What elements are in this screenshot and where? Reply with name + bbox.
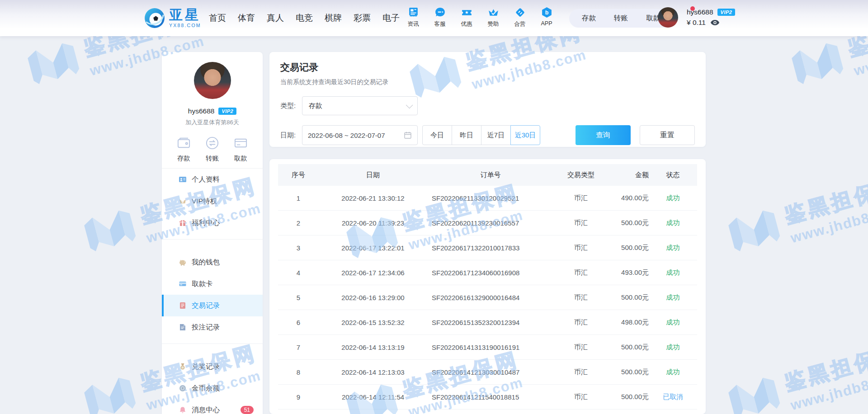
app-icon: b bbox=[541, 6, 553, 19]
pill-item-转账[interactable]: 转账 bbox=[614, 14, 628, 23]
deposit-icon bbox=[176, 136, 191, 151]
cell-order-no: SF202206141213030010487 bbox=[427, 368, 554, 376]
date-range-value: 2022-06-08 ~ 2022-07-07 bbox=[308, 132, 385, 139]
cell-index: 2 bbox=[278, 219, 319, 227]
cell-index: 9 bbox=[278, 393, 319, 401]
cell-order-no: SF202206201139230016557 bbox=[427, 219, 554, 227]
type-select[interactable]: 存款 bbox=[302, 96, 418, 115]
sidebar: hys6688 VIP2 加入亚星体育第86天 存款 转账 取款 个人资料 VI… bbox=[162, 52, 263, 414]
cell-amount: 490.00元 bbox=[608, 194, 649, 202]
sidebar-item-card[interactable]: 取款卡 bbox=[162, 273, 263, 295]
range-button-近7日[interactable]: 近7日 bbox=[481, 125, 511, 145]
nav-item-棋牌[interactable]: 棋牌 bbox=[325, 12, 342, 24]
cell-date: 2022-06-15 13:52:32 bbox=[319, 319, 427, 326]
date-range-group: 今日昨日近7日近30日 bbox=[422, 125, 540, 145]
cell-status: 成功 bbox=[649, 318, 697, 327]
sidebar-item-wallet[interactable]: 我的钱包 bbox=[162, 251, 263, 273]
balance: ¥ 0.11 bbox=[687, 19, 706, 27]
sidebar-item-vip[interactable]: VIP特权 bbox=[162, 190, 263, 212]
eye-icon[interactable] bbox=[710, 19, 720, 26]
cell-index: 8 bbox=[278, 368, 319, 376]
cell-type: 币汇 bbox=[554, 194, 608, 202]
topbar-item-sponsor[interactable]: 赞助 bbox=[486, 6, 501, 28]
cell-amount: 500.00元 bbox=[608, 244, 649, 252]
welfare-icon bbox=[179, 219, 187, 227]
page-body: hys6688 VIP2 加入亚星体育第86天 存款 转账 取款 个人资料 VI… bbox=[0, 36, 868, 414]
range-button-近30日[interactable]: 近30日 bbox=[510, 125, 540, 145]
page-title: 交易记录 bbox=[280, 61, 695, 74]
nav-item-真人[interactable]: 真人 bbox=[267, 12, 284, 24]
table-body: 1 2022-06-21 13:30:12 SF2022062113301200… bbox=[278, 186, 697, 409]
nav-item-电竞[interactable]: 电竞 bbox=[296, 12, 313, 24]
cell-type: 币汇 bbox=[554, 343, 608, 352]
reset-button[interactable]: 重置 bbox=[640, 125, 695, 145]
cell-status: 成功 bbox=[649, 194, 697, 202]
table-row: 2 2022-06-20 11:39:23 SF2022062011392300… bbox=[278, 211, 697, 235]
pill-item-存款[interactable]: 存款 bbox=[582, 14, 596, 23]
cell-order-no: SF202206151352320012394 bbox=[427, 319, 554, 326]
site-logo[interactable]: 亚星 YX88.COM bbox=[144, 7, 201, 29]
topbar-item-label: APP bbox=[541, 20, 552, 27]
sidebar-item-label: 投注记录 bbox=[192, 323, 220, 332]
sidebar-avatar[interactable] bbox=[194, 62, 231, 99]
cell-status: 成功 bbox=[649, 293, 697, 302]
sidebar-action-withdraw[interactable]: 取款 bbox=[233, 136, 248, 163]
cell-amount: 500.00元 bbox=[608, 293, 649, 302]
sidebar-item-coins[interactable]: 金币余额 bbox=[162, 377, 263, 399]
nav-item-电子[interactable]: 电子 bbox=[382, 12, 400, 24]
cell-status: 成功 bbox=[649, 268, 697, 277]
search-button[interactable]: 查询 bbox=[576, 125, 631, 145]
topbar-item-app[interactable]: b APP bbox=[539, 6, 554, 28]
topbar-item-label: 赞助 bbox=[488, 20, 499, 28]
cell-status: 成功 bbox=[649, 343, 697, 352]
sidebar-action-transfer[interactable]: 转账 bbox=[205, 136, 220, 163]
transactions-table-card: 序号日期订单号交易类型金额状态 1 2022-06-21 13:30:12 SF… bbox=[269, 159, 706, 414]
range-button-昨日[interactable]: 昨日 bbox=[452, 125, 481, 145]
nav-item-首页[interactable]: 首页 bbox=[209, 12, 226, 24]
topbar-quick-links: 资讯 客服 优惠 赞助 合营 b APP bbox=[406, 6, 554, 28]
sidebar-item-transactions[interactable]: 交易记录 bbox=[162, 295, 263, 316]
chevron-down-icon bbox=[406, 101, 413, 108]
sidebar-item-welfare[interactable]: 福利中心 bbox=[162, 212, 263, 234]
nav-item-彩票[interactable]: 彩票 bbox=[354, 12, 371, 24]
page-root: 亚星 YX88.COM 首页体育真人电竞棋牌彩票电子 资讯 客服 优惠 赞助 合… bbox=[0, 0, 868, 414]
topbar-item-news[interactable]: 资讯 bbox=[406, 6, 421, 28]
profile-icon bbox=[179, 175, 187, 183]
cell-order-no: SF202206161329000016484 bbox=[427, 294, 554, 301]
football-logo-icon bbox=[144, 7, 165, 29]
table-row: 7 2022-06-14 13:13:19 SF2022061413131900… bbox=[278, 335, 697, 360]
sidebar-quick-actions: 存款 转账 取款 bbox=[162, 136, 263, 163]
sidebar-item-label: 取款卡 bbox=[192, 279, 213, 289]
sidebar-item-profile[interactable]: 个人资料 bbox=[162, 169, 263, 190]
topbar-item-promo[interactable]: 优惠 bbox=[459, 6, 474, 28]
cell-type: 币汇 bbox=[554, 219, 608, 227]
topbar-item-partner[interactable]: 合营 bbox=[512, 6, 528, 28]
sidebar-item-bets[interactable]: 投注记录 bbox=[162, 316, 263, 338]
range-button-今日[interactable]: 今日 bbox=[422, 125, 452, 145]
topbar-item-label: 资讯 bbox=[408, 20, 419, 28]
topbar-item-service[interactable]: 客服 bbox=[432, 6, 448, 28]
column-header-状态: 状态 bbox=[649, 171, 697, 179]
user-avatar[interactable] bbox=[658, 7, 678, 28]
cell-index: 6 bbox=[278, 319, 319, 326]
logo-domain: YX88.COM bbox=[169, 23, 201, 28]
nav-item-体育[interactable]: 体育 bbox=[238, 12, 255, 24]
cell-date: 2022-06-16 13:29:00 bbox=[319, 294, 427, 301]
sidebar-item-label: 我的钱包 bbox=[192, 258, 220, 267]
sidebar-item-redeem[interactable]: 兑奖记录 bbox=[162, 356, 263, 377]
cell-amount: 500.00元 bbox=[608, 368, 649, 376]
sidebar-item-label: 交易记录 bbox=[192, 301, 220, 310]
sidebar-vip-badge: VIP2 bbox=[218, 108, 236, 115]
sidebar-action-deposit[interactable]: 存款 bbox=[176, 136, 191, 163]
cell-type: 币汇 bbox=[554, 368, 608, 376]
table-row: 4 2022-06-17 12:34:06 SF2022061712340600… bbox=[278, 260, 697, 285]
cell-type: 币汇 bbox=[554, 268, 608, 277]
date-range-input[interactable]: 2022-06-08 ~ 2022-07-07 bbox=[302, 125, 418, 145]
cell-amount: 500.00元 bbox=[608, 343, 649, 352]
sidebar-username: hys6688 bbox=[188, 107, 215, 115]
sidebar-item-messages[interactable]: 消息中心 51 bbox=[162, 399, 263, 414]
column-header-日期: 日期 bbox=[319, 171, 427, 179]
vip-badge: VIP2 bbox=[717, 9, 736, 16]
column-header-金额: 金额 bbox=[608, 171, 649, 179]
redeem-icon bbox=[179, 362, 187, 371]
